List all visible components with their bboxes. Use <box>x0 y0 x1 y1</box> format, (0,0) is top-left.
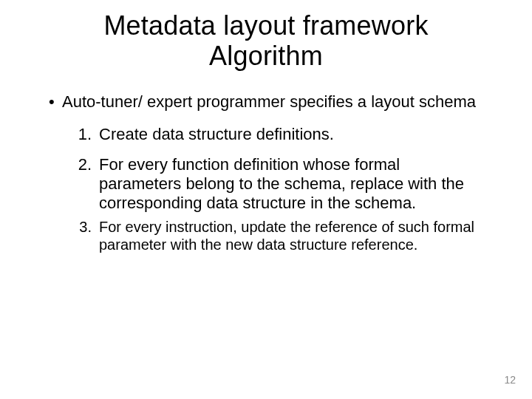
bullet-text: Auto-tuner/ expert programmer specifies … <box>62 92 502 112</box>
slide-title: Metadata layout framework Algorithm <box>0 0 532 72</box>
list-item: 2. For every function definition whose f… <box>74 155 502 214</box>
title-line-2: Algorithm <box>209 41 323 71</box>
list-text: For every function definition whose form… <box>99 155 502 214</box>
bullet-marker: • <box>49 92 62 112</box>
list-marker: 1. <box>74 125 99 144</box>
list-marker: 3. <box>74 218 99 236</box>
list-marker: 2. <box>74 155 99 174</box>
list-text: Create data structure definitions. <box>99 125 502 144</box>
slide: Metadata layout framework Algorithm • Au… <box>0 0 532 399</box>
title-line-1: Metadata layout framework <box>103 10 428 41</box>
page-number: 12 <box>504 374 516 386</box>
list-item: 1. Create data structure definitions. <box>74 125 502 144</box>
list-text: For every instruction, update the refere… <box>99 218 502 253</box>
slide-content: • Auto-tuner/ expert programmer specifie… <box>0 72 532 253</box>
numbered-list: 1. Create data structure definitions. 2.… <box>74 125 502 253</box>
bullet-item: • Auto-tuner/ expert programmer specifie… <box>49 92 502 112</box>
list-item: 3. For every instruction, update the ref… <box>74 218 502 253</box>
